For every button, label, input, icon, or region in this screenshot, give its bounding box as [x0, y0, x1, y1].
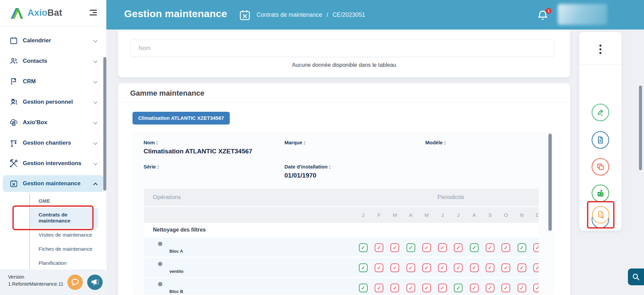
sidebar-item-axiobox[interactable]: Axio'Box [0, 112, 106, 133]
sidebar-item-calendrier[interactable]: Calendrier [0, 30, 106, 51]
svg-text:Ctr: Ctr [599, 213, 602, 216]
submenu-item-visites-de-maintenance[interactable]: Visites de maintenance [30, 228, 106, 242]
month-checkbox-red[interactable]: ✓ [438, 243, 447, 252]
month-label: J [355, 212, 371, 218]
submenu-item-gme[interactable]: GME [30, 194, 106, 208]
month-checkbox-red[interactable]: ✓ [390, 284, 399, 292]
month-checkbox-red[interactable]: ✓ [486, 284, 494, 292]
notifications-bell[interactable]: 1 [537, 9, 551, 22]
brand-axio: Axio [28, 8, 47, 18]
month-checkbox-red[interactable]: ✓ [390, 243, 399, 252]
month-checkbox-red[interactable]: ✓ [501, 284, 510, 292]
column-periodicite: Périodicité [437, 189, 464, 206]
sidebar-item-contacts[interactable]: Contacts [0, 51, 106, 71]
month-checkbox-red[interactable]: ✓ [375, 263, 383, 272]
announcements-button[interactable] [87, 275, 103, 290]
top-header: Gestion maintenance Contrats de maintena… [106, 0, 644, 30]
month-label: O [498, 212, 514, 218]
month-label: N [514, 212, 530, 218]
chevron-down-icon [93, 141, 98, 145]
sidebar-item-label: Gestion interventions [23, 160, 94, 167]
sidebar-item-gestion-personnel[interactable]: Gestion personnel [0, 92, 106, 112]
brand-bat: Bat [47, 8, 62, 18]
month-checkbox-green[interactable]: ✓ [359, 263, 368, 272]
month-checkbox-red[interactable]: ✓ [407, 284, 415, 292]
month-checkbox-red[interactable]: ✓ [501, 263, 510, 272]
sidebar-item-crm[interactable]: CRM [0, 71, 106, 92]
month-checkbox-red[interactable]: ✓ [486, 243, 494, 252]
month-header-row: JFMAMJJASOND [144, 206, 539, 223]
month-checkbox-red[interactable]: ✓ [438, 284, 447, 292]
kebab-menu-icon[interactable] [598, 45, 602, 57]
serie-label: Série : [144, 164, 159, 169]
contracts-list-card: Aucune donnée disponible dans le tableau [118, 30, 570, 77]
month-checkbox-red[interactable]: ✓ [454, 243, 463, 252]
chevron-down-icon [93, 161, 98, 165]
sidebar-collapse-icon[interactable] [90, 10, 97, 16]
breadcrumb: Contrats de maintenance / CE/2023051 [257, 11, 368, 18]
sidebar-item-gestion-maintenance[interactable]: Gestion maintenance [3, 175, 104, 192]
operation-row: Bloc A✓✓✓✓✓✓✓✓✓✓✓✓ [144, 238, 539, 258]
nom-value: Climatisation ATLANTIC XZET34567 [144, 148, 252, 155]
export-excel-button[interactable]: X [592, 185, 609, 202]
panel-scrollbar-thumb[interactable] [548, 134, 552, 231]
chevron-down-icon [93, 120, 98, 125]
month-checkbox-red[interactable]: ✓ [407, 263, 415, 272]
submenu-item-fiches-de-maintenance[interactable]: Fiches de maintenance [30, 242, 106, 256]
operation-row-label: Bloc A [169, 249, 183, 254]
month-checkbox-red[interactable]: ✓ [533, 243, 539, 252]
duplicate-button[interactable] [592, 158, 609, 176]
page-scrollbar-thumb[interactable] [639, 86, 642, 170]
date-installation-value: 01/01/1970 [284, 172, 316, 179]
month-checkbox-red[interactable]: ✓ [533, 263, 539, 272]
month-checkbox-red[interactable]: ✓ [422, 243, 431, 252]
month-checkbox-red[interactable]: ✓ [501, 243, 510, 252]
empty-table-message: Aucune donnée disponible dans le tableau [118, 62, 570, 68]
month-checkbox-red[interactable]: ✓ [438, 263, 447, 272]
month-checkbox-red[interactable]: ✓ [422, 284, 431, 292]
month-checkbox-green[interactable]: ✓ [518, 243, 526, 252]
document-button[interactable] [592, 131, 609, 149]
month-checkbox-red[interactable]: ✓ [375, 284, 383, 292]
bullet-icon [158, 242, 162, 246]
maintenance-submenu: GME Contrats de maintenance Visites de m… [30, 194, 106, 270]
month-checkbox-red[interactable]: ✓ [390, 263, 399, 272]
user-account-blurred[interactable] [558, 4, 607, 25]
month-checkbox-green[interactable]: ✓ [454, 284, 463, 292]
breadcrumb-separator: / [326, 11, 328, 18]
breadcrumb-section[interactable]: Contrats de maintenance [257, 11, 322, 18]
month-checkbox-red[interactable]: ✓ [518, 263, 526, 272]
search-fab-button[interactable] [628, 268, 644, 285]
edit-button[interactable] [592, 104, 609, 121]
equipment-chip[interactable]: Climatisation ATLANTIC XZET34567 [132, 112, 230, 125]
cloud-server-icon [9, 118, 18, 127]
ctr-export-button[interactable]: Ctr [592, 206, 609, 224]
column-operations: Opérations [153, 189, 181, 206]
month-checkbox-red[interactable]: ✓ [422, 263, 431, 272]
month-checkbox-green[interactable]: ✓ [359, 243, 368, 252]
gamme-maintenance-card: Gamme maintenance Climatisation ATLANTIC… [118, 83, 570, 295]
month-checkbox-red[interactable]: ✓ [454, 263, 463, 272]
month-checkbox-red[interactable]: ✓ [470, 284, 479, 292]
month-checkbox-red[interactable]: ✓ [533, 284, 539, 292]
sidebar-scrollbar-thumb[interactable] [103, 57, 106, 191]
month-checkbox-green[interactable]: ✓ [359, 284, 368, 292]
name-search-input[interactable] [130, 40, 554, 57]
operations-table: Opérations Périodicité JFMAMJJASOND Nett… [144, 189, 539, 294]
month-checkbox-red[interactable]: ✓ [375, 243, 383, 252]
sidebar-item-gestion-interventions[interactable]: Gestion interventions [0, 153, 106, 174]
section-title: Gamme maintenance [130, 89, 204, 98]
month-checkbox-green[interactable]: ✓ [470, 243, 479, 252]
sidebar-item-gestion-chantiers[interactable]: Gestion chantiers [0, 133, 106, 153]
operation-row: Bloc B✓✓✓✓✓✓✓✓✓✓✓✓ [144, 278, 539, 294]
operation-group-label: Nettoyage des filtres [153, 227, 206, 233]
chat-button[interactable] [67, 275, 83, 290]
month-checkbox-red[interactable]: ✓ [470, 263, 479, 272]
month-checkbox-red[interactable]: ✓ [518, 284, 526, 292]
month-checkbox-green[interactable]: ✓ [407, 243, 415, 252]
submenu-item-contrats-de-maintenance[interactable]: Contrats de maintenance [30, 208, 98, 228]
submenu-item-planification[interactable]: Planification [30, 256, 106, 270]
chevron-down-icon [93, 38, 98, 43]
crm-icon [9, 77, 18, 86]
month-checkbox-red[interactable]: ✓ [486, 263, 494, 272]
